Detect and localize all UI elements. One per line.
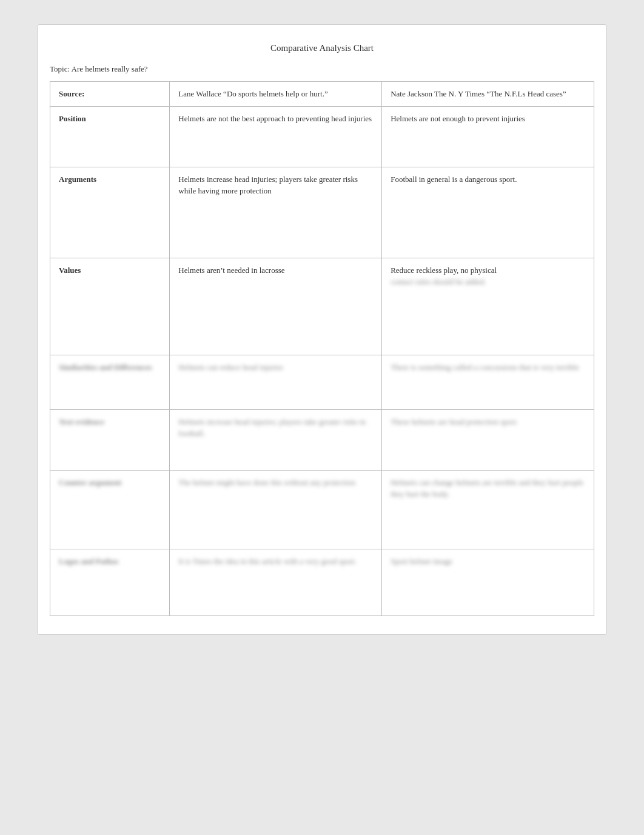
row-col2-source: Lane Wallace “Do sports helmets help or … <box>170 82 382 107</box>
row-col2-position: Helmets are not the best approach to pre… <box>170 106 382 167</box>
row-label-counter-argument: Counter argument <box>50 470 170 549</box>
row-label-similarities: Similarities and Differences <box>50 355 170 409</box>
table-row: Source: Lane Wallace “Do sports helmets … <box>50 82 594 107</box>
table-row: Logos and Pathos It is Times the idea in… <box>50 549 594 615</box>
row-label-position: Position <box>50 106 170 167</box>
row-col2-logos-pathos: It is Times the idea in this article wit… <box>170 549 382 615</box>
row-col3-arguments: Football in general is a dangerous sport… <box>382 167 594 258</box>
topic-line: Topic: Are helmets really safe? <box>50 64 594 74</box>
comparison-table: Source: Lane Wallace “Do sports helmets … <box>50 81 594 616</box>
chart-container: Comparative Analysis Chart Topic: Are he… <box>37 24 607 635</box>
row-col3-text-evidence: These helmets are head protection sport. <box>382 409 594 470</box>
row-col3-values: Reduce reckless play, no physical contac… <box>382 258 594 355</box>
row-col2-values: Helmets aren’t needed in lacrosse <box>170 258 382 355</box>
table-row: Text evidence Helmets increase head inju… <box>50 409 594 470</box>
row-label-values: Values <box>50 258 170 355</box>
row-label-source: Source: <box>50 82 170 107</box>
row-col3-position: Helmets are not enough to prevent injuri… <box>382 106 594 167</box>
row-label-text-evidence: Text evidence <box>50 409 170 470</box>
chart-title: Comparative Analysis Chart <box>50 43 594 53</box>
table-row: Position Helmets are not the best approa… <box>50 106 594 167</box>
row-col3-counter-argument: Helmets can change helmets are terrible … <box>382 470 594 549</box>
row-col3-source: Nate Jackson The N. Y Times “The N.F.Ls … <box>382 82 594 107</box>
table-row: Similarities and Differences Helmets can… <box>50 355 594 409</box>
table-row: Arguments Helmets increase head injuries… <box>50 167 594 258</box>
row-col2-counter-argument: The helmet might have done this without … <box>170 470 382 549</box>
table-row: Values Helmets aren’t needed in lacrosse… <box>50 258 594 355</box>
row-col3-similarities: There is something called a concussions … <box>382 355 594 409</box>
row-col3-logos-pathos: Sport helmet image <box>382 549 594 615</box>
row-col2-arguments: Helmets increase head injuries; players … <box>170 167 382 258</box>
row-label-logos-pathos: Logos and Pathos <box>50 549 170 615</box>
row-col2-similarities: Helmets can reduce head injuries <box>170 355 382 409</box>
row-col2-text-evidence: Helmets increase head injuries; players … <box>170 409 382 470</box>
table-row: Counter argument The helmet might have d… <box>50 470 594 549</box>
row-label-arguments: Arguments <box>50 167 170 258</box>
